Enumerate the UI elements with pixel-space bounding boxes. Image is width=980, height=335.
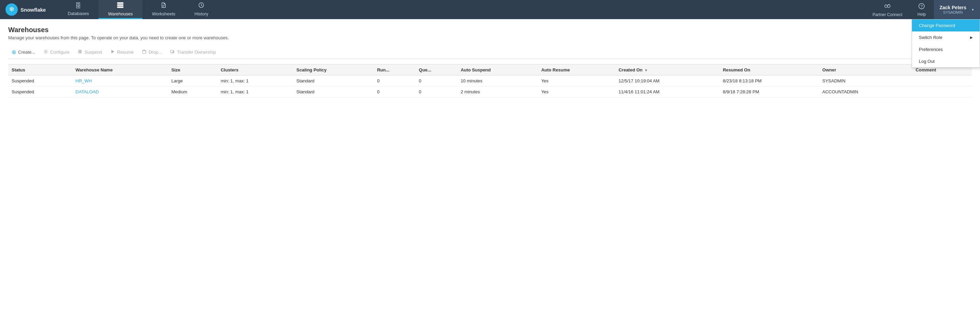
table-row[interactable]: Suspended DATALOAD Medium min: 1, max: 1… (8, 86, 972, 97)
svg-rect-14 (79, 50, 80, 53)
dropdown-change-password[interactable]: Change Password (912, 19, 980, 32)
warehouses-table: Status Warehouse Name Size Clusters Scal… (8, 64, 972, 97)
configure-button[interactable]: Configure (40, 48, 73, 57)
warehouse-link-1[interactable]: DATALOAD (75, 89, 99, 94)
nav-item-worksheets[interactable]: Worksheets (143, 0, 185, 19)
sort-icon-created-on: ▾ (645, 69, 647, 72)
create-label: Create... (18, 49, 35, 55)
switch-role-label: Switch Role (919, 35, 942, 40)
svg-point-13 (45, 51, 46, 53)
resume-label: Resume (117, 49, 134, 55)
drop-label: Drop... (149, 49, 162, 55)
cell-scaling-0: Standard (293, 75, 374, 86)
warehouses-icon (117, 2, 124, 10)
suspend-button[interactable]: Suspend (74, 48, 105, 57)
transfer-ownership-button[interactable]: Transfer Ownership (167, 48, 220, 57)
page-header: Warehouses Manage your warehouses from t… (8, 26, 972, 40)
cell-running-0: 0 (374, 75, 415, 86)
svg-rect-2 (117, 2, 123, 4)
col-header-auto-suspend[interactable]: Auto Suspend (457, 65, 538, 75)
svg-rect-4 (117, 6, 123, 8)
col-header-status[interactable]: Status (8, 65, 72, 75)
table-row[interactable]: Suspended HR_WH Large min: 1, max: 1 Sta… (8, 75, 972, 86)
page-subtitle: Manage your warehouses from this page. T… (8, 35, 229, 40)
cell-auto-resume-0: Yes (538, 75, 615, 86)
col-header-owner[interactable]: Owner (819, 65, 912, 75)
log-out-label: Log Out (919, 59, 935, 64)
user-role: SYSADMIN (939, 10, 966, 14)
svg-point-9 (888, 5, 890, 8)
suspend-icon (78, 49, 82, 55)
cell-queued-0: 0 (415, 75, 457, 86)
svg-point-8 (885, 5, 888, 8)
col-header-size[interactable]: Size (168, 65, 217, 75)
cell-status-0: Suspended (8, 75, 72, 86)
preferences-label: Preferences (919, 47, 943, 52)
create-button[interactable]: ⊕ Create... (8, 47, 38, 57)
cell-created-on-1: 11/4/16 11:01:24 AM (615, 86, 719, 97)
page-header-left: Warehouses Manage your warehouses from t… (8, 26, 229, 40)
nav-right: Partner Connect ? Help Zack Peters SYSAD… (865, 0, 980, 19)
history-icon (198, 2, 204, 10)
user-menu-button[interactable]: Zack Peters SYSADMIN ▼ (934, 0, 980, 19)
cell-auto-suspend-1: 2 minutes (457, 86, 538, 97)
svg-rect-17 (143, 51, 146, 53)
nav-item-worksheets-label: Worksheets (152, 11, 175, 16)
col-header-queued[interactable]: Que... (415, 65, 457, 75)
cell-scaling-1: Standard (293, 86, 374, 97)
cell-comment-1 (912, 86, 972, 97)
change-password-label: Change Password (919, 23, 955, 28)
warehouse-link-0[interactable]: HR_WH (75, 78, 92, 83)
help-label: Help (918, 12, 926, 17)
cell-owner-0: SYSADMIN (819, 75, 912, 86)
dropdown-log-out[interactable]: Log Out (912, 55, 980, 67)
help-icon: ? (918, 3, 925, 11)
create-icon: ⊕ (12, 49, 16, 55)
switch-role-arrow: ▶ (970, 35, 973, 39)
main-content: Warehouses Manage your warehouses from t… (0, 19, 980, 335)
dropdown-preferences[interactable]: Preferences (912, 43, 980, 55)
nav-item-databases-label: Databases (68, 11, 89, 16)
col-header-clusters[interactable]: Clusters (217, 65, 293, 75)
col-header-auto-resume[interactable]: Auto Resume (538, 65, 615, 75)
drop-button[interactable]: Drop... (138, 48, 165, 57)
suspend-label: Suspend (84, 49, 102, 55)
col-header-resumed-on[interactable]: Resumed On (719, 65, 819, 75)
drop-icon (142, 49, 146, 55)
svg-text:?: ? (921, 4, 923, 9)
col-header-scaling-policy[interactable]: Scaling Policy (293, 65, 374, 75)
cell-comment-0 (912, 75, 972, 86)
partner-connect-icon (884, 2, 891, 11)
dropdown-switch-role[interactable]: Switch Role ▶ (912, 32, 980, 43)
cell-size-0: Large (168, 75, 217, 86)
nav-item-warehouses[interactable]: Warehouses (99, 0, 143, 19)
col-header-created-on[interactable]: Created On ▾ (615, 65, 719, 75)
table-header-row: Status Warehouse Name Size Clusters Scal… (8, 65, 972, 75)
snowflake-logo: ❄ Snowflake (5, 3, 46, 16)
cell-status-1: Suspended (8, 86, 72, 97)
col-header-running[interactable]: Run... (374, 65, 415, 75)
nav-item-warehouses-label: Warehouses (108, 11, 133, 16)
logo-area: ❄ Snowflake (0, 0, 58, 19)
cell-created-on-0: 12/5/17 10:19:04 AM (615, 75, 719, 86)
cell-queued-1: 0 (415, 86, 457, 97)
user-info: Zack Peters SYSADMIN (939, 5, 966, 14)
help-button[interactable]: ? Help (911, 0, 933, 19)
worksheets-icon (161, 2, 167, 10)
nav-item-databases[interactable]: 🗄 Databases (58, 0, 99, 19)
cell-size-1: Medium (168, 86, 217, 97)
user-name: Zack Peters (939, 5, 966, 10)
cell-name-1[interactable]: DATALOAD (72, 86, 168, 97)
svg-rect-15 (80, 50, 81, 53)
partner-connect-button[interactable]: Partner Connect (865, 0, 909, 19)
nav-item-history[interactable]: History (185, 0, 218, 19)
svg-marker-16 (111, 50, 114, 53)
resume-button[interactable]: Resume (107, 48, 137, 57)
col-header-name[interactable]: Warehouse Name (72, 65, 168, 75)
toolbar: ⊕ Create... Configure Suspend (8, 46, 972, 59)
user-dropdown-menu: Change Password Switch Role ▶ Preference… (912, 19, 980, 68)
user-dropdown-arrow: ▼ (971, 8, 975, 12)
resume-icon (110, 49, 115, 55)
cell-name-0[interactable]: HR_WH (72, 75, 168, 86)
cell-resumed-on-0: 8/23/18 8:13:18 PM (719, 75, 819, 86)
